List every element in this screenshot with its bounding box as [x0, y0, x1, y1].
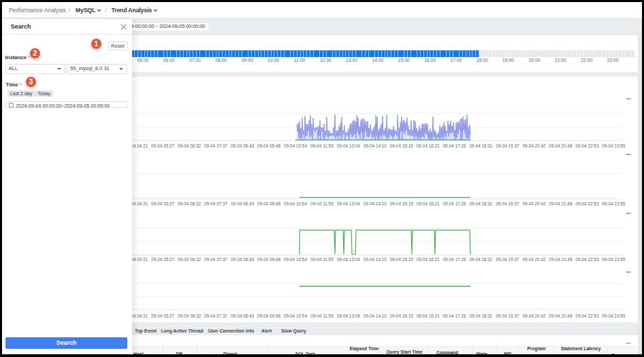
svg-text:Progress: Progress — [612, 353, 632, 355]
svg-text:Command: Command — [436, 350, 458, 354]
svg-text:Host: Host — [133, 352, 144, 354]
svg-text:DB: DB — [176, 352, 182, 354]
svg-text:Program: Program — [527, 346, 545, 352]
svg-text:PID: PID — [504, 352, 512, 354]
svg-text:SQL Text: SQL Text — [295, 352, 315, 354]
svg-text:Statement Latency: Statement Latency — [561, 346, 601, 352]
svg-text:Query Start Time: Query Start Time — [386, 350, 422, 354]
svg-text:State: State — [476, 352, 487, 354]
svg-text:Elapsed Time: Elapsed Time — [350, 346, 379, 352]
svg-text:Digest: Digest — [223, 352, 238, 354]
